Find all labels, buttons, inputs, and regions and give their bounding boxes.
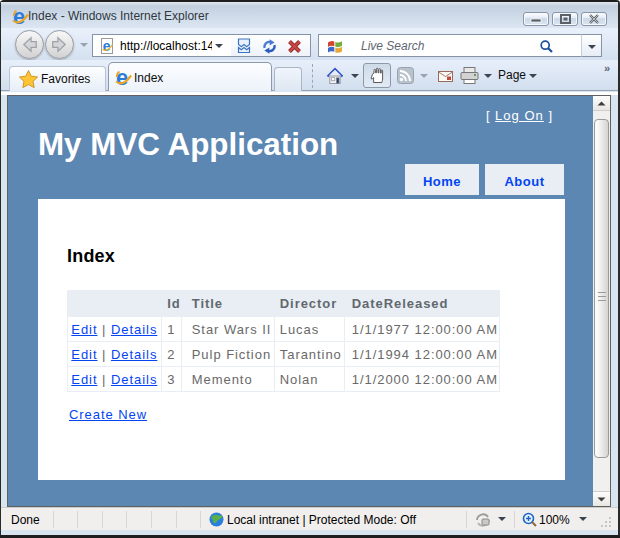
svg-text:e: e (103, 38, 111, 54)
